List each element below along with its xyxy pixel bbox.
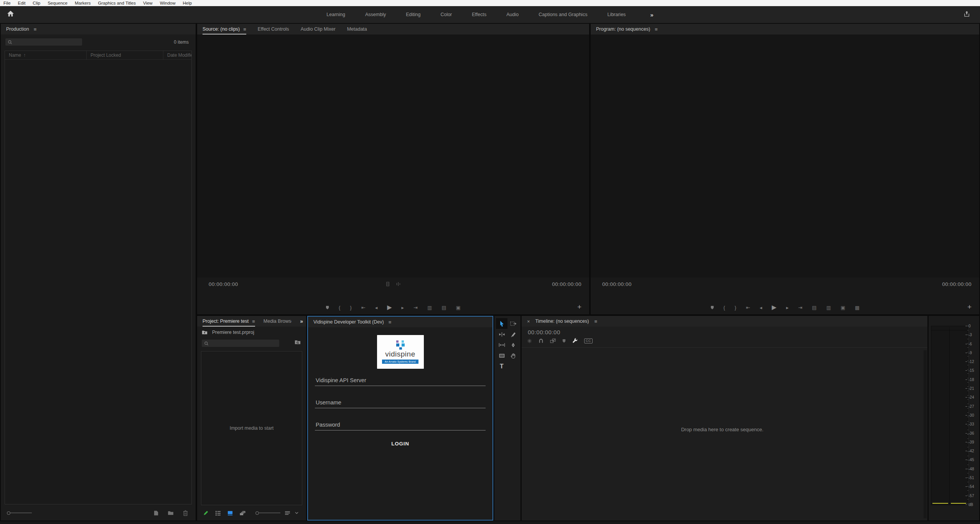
export-frame-icon[interactable]: ▣ bbox=[840, 305, 845, 310]
delete-icon[interactable] bbox=[183, 510, 188, 516]
program-panel-menu-icon[interactable]: ≡ bbox=[655, 27, 658, 32]
play-icon[interactable]: ▶ bbox=[772, 304, 776, 310]
snap-magnet-icon[interactable] bbox=[539, 338, 544, 343]
workspace-tab-color[interactable]: Color bbox=[440, 12, 452, 17]
login-button[interactable]: LOGIN bbox=[391, 441, 409, 447]
share-icon[interactable] bbox=[964, 11, 970, 17]
rectangle-tool-icon[interactable] bbox=[496, 350, 507, 361]
tab-project[interactable]: Project: Premiere test ≡ bbox=[203, 316, 255, 327]
tab-media-browser[interactable]: Media Browser bbox=[264, 316, 292, 327]
menu-window[interactable]: Window bbox=[160, 1, 176, 5]
ripple-edit-tool-icon[interactable] bbox=[496, 329, 507, 340]
password-field[interactable] bbox=[315, 420, 486, 430]
program-button-editor-icon[interactable]: + bbox=[967, 303, 972, 310]
new-item-icon[interactable] bbox=[154, 510, 158, 516]
timeline-track-area[interactable]: Drop media here to create sequence. bbox=[522, 348, 923, 519]
vidispine-panel-menu-icon[interactable]: ≡ bbox=[389, 320, 392, 325]
production-search-input[interactable] bbox=[5, 38, 82, 46]
extract-icon[interactable]: ▥ bbox=[826, 305, 831, 310]
menu-view[interactable]: View bbox=[143, 1, 153, 5]
source-panel-menu-icon[interactable]: ≡ bbox=[243, 27, 246, 32]
workspace-tab-libraries[interactable]: Libraries bbox=[607, 12, 626, 17]
workspace-tab-assembly[interactable]: Assembly bbox=[365, 12, 386, 17]
mark-out-icon[interactable]: } bbox=[350, 305, 351, 310]
insert-as-nest-icon[interactable] bbox=[527, 338, 532, 343]
tab-metadata[interactable]: Metadata bbox=[347, 24, 367, 34]
timeline-vertical-scrollbar[interactable] bbox=[924, 350, 927, 518]
mark-in-icon[interactable]: { bbox=[339, 305, 340, 310]
audio-meter[interactable] bbox=[931, 326, 968, 505]
menu-sequence[interactable]: Sequence bbox=[48, 1, 68, 5]
hand-tool-icon[interactable] bbox=[507, 350, 519, 361]
workspace-tab-editing[interactable]: Editing bbox=[406, 12, 420, 17]
step-forward-icon[interactable]: ▸ bbox=[402, 305, 404, 310]
column-header-date-modified[interactable]: Date Modified bbox=[163, 51, 191, 59]
workspace-overflow-chevron-icon[interactable]: » bbox=[650, 11, 653, 18]
project-search-input[interactable] bbox=[202, 340, 279, 347]
comparison-view-icon[interactable]: ▩ bbox=[855, 305, 860, 310]
step-forward-icon[interactable]: ▸ bbox=[786, 305, 789, 310]
navigate-up-icon[interactable] bbox=[202, 330, 208, 335]
razor-tool-icon[interactable] bbox=[507, 329, 519, 340]
production-zoom-slider[interactable] bbox=[7, 511, 32, 515]
slider-knob[interactable] bbox=[7, 511, 10, 515]
username-field[interactable] bbox=[315, 398, 486, 408]
play-icon[interactable]: ▶ bbox=[387, 304, 392, 310]
column-header-project-locked[interactable]: Project Locked bbox=[86, 51, 163, 59]
list-view-icon[interactable] bbox=[215, 511, 221, 516]
export-frame-icon[interactable]: ▣ bbox=[456, 305, 461, 310]
lift-icon[interactable]: ▤ bbox=[812, 305, 817, 310]
add-marker-icon[interactable] bbox=[326, 306, 329, 310]
pen-tool-icon[interactable] bbox=[507, 340, 519, 350]
go-to-in-icon[interactable]: ⇤ bbox=[746, 305, 750, 310]
insert-icon[interactable]: ▥ bbox=[427, 305, 432, 310]
slip-tool-icon[interactable] bbox=[496, 340, 507, 350]
mark-in-icon[interactable]: { bbox=[723, 305, 725, 310]
menu-file[interactable]: File bbox=[3, 1, 11, 5]
sort-icon[interactable] bbox=[285, 511, 290, 515]
add-marker-icon[interactable] bbox=[562, 339, 566, 343]
step-back-icon[interactable]: ◂ bbox=[760, 305, 763, 310]
project-zoom-slider[interactable] bbox=[255, 511, 280, 515]
menu-edit[interactable]: Edit bbox=[18, 1, 26, 5]
mark-out-icon[interactable]: } bbox=[735, 305, 736, 310]
workspace-tab-learning[interactable]: Learning bbox=[326, 12, 345, 17]
go-to-out-icon[interactable]: ⇥ bbox=[413, 305, 418, 310]
menu-graphics-and-titles[interactable]: Graphics and Titles bbox=[98, 1, 136, 5]
project-panel-menu-icon[interactable]: ≡ bbox=[252, 319, 255, 324]
search-bin-icon[interactable] bbox=[295, 340, 301, 345]
chevron-down-icon[interactable] bbox=[295, 512, 298, 514]
step-back-icon[interactable]: ◂ bbox=[375, 305, 378, 310]
go-to-in-icon[interactable]: ⇤ bbox=[361, 305, 366, 310]
project-content-area[interactable]: Import media to start bbox=[201, 351, 302, 505]
source-button-editor-icon[interactable]: + bbox=[577, 303, 581, 310]
track-select-forward-tool-icon[interactable] bbox=[507, 318, 519, 329]
timeline-panel-menu-icon[interactable]: ≡ bbox=[594, 319, 597, 324]
home-icon[interactable] bbox=[7, 10, 14, 17]
tab-effect-controls[interactable]: Effect Controls bbox=[258, 24, 289, 34]
menu-clip[interactable]: Clip bbox=[33, 1, 40, 5]
freeform-view-icon[interactable] bbox=[239, 511, 246, 516]
project-file-name[interactable]: Premiere test.prproj bbox=[212, 330, 254, 335]
new-bin-icon[interactable] bbox=[168, 511, 174, 515]
timeline-timecode[interactable]: 00:00:00:00 bbox=[528, 329, 560, 335]
production-panel-menu-icon[interactable]: ≡ bbox=[34, 27, 37, 32]
project-writable-pencil-icon[interactable] bbox=[203, 510, 209, 516]
captions-icon[interactable]: CC bbox=[584, 338, 593, 343]
tab-source[interactable]: Source: (no clips) ≡ bbox=[203, 24, 246, 34]
menu-help[interactable]: Help bbox=[183, 1, 192, 5]
slider-knob[interactable] bbox=[255, 511, 259, 515]
drag-audio-only-icon[interactable] bbox=[396, 282, 401, 286]
drag-video-only-icon[interactable] bbox=[386, 282, 390, 286]
timeline-display-settings-wrench-icon[interactable] bbox=[572, 338, 578, 343]
workspace-tab-captions-and-graphics[interactable]: Captions and Graphics bbox=[539, 12, 587, 17]
icon-view-icon[interactable] bbox=[227, 511, 233, 516]
column-header-name[interactable]: Name ↑ bbox=[5, 51, 86, 59]
selection-tool-icon[interactable] bbox=[496, 318, 507, 329]
close-panel-icon[interactable]: × bbox=[527, 319, 530, 324]
linked-selection-icon[interactable] bbox=[550, 338, 556, 343]
go-to-out-icon[interactable]: ⇥ bbox=[798, 305, 802, 310]
overwrite-icon[interactable]: ▤ bbox=[441, 305, 446, 310]
type-tool-icon[interactable]: T bbox=[496, 361, 507, 372]
project-overflow-chevron-icon[interactable]: » bbox=[300, 318, 303, 324]
